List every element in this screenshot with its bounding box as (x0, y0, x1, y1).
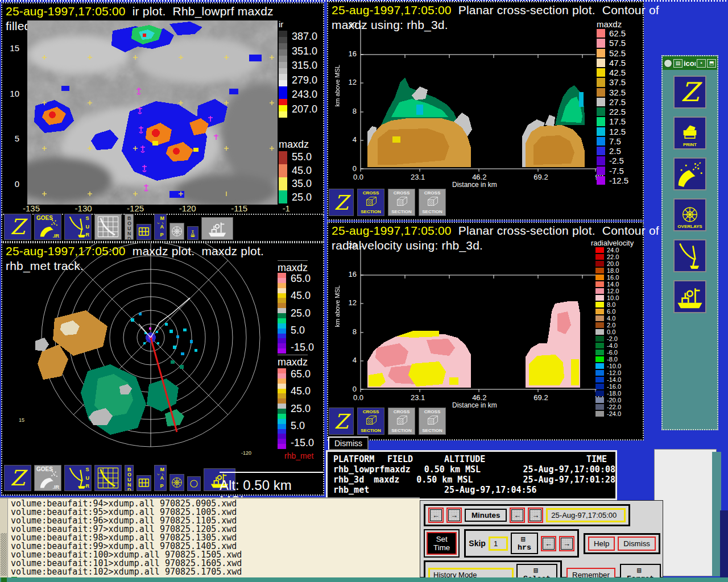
colorbar-entry: -10.0 (595, 363, 621, 369)
window-iconify-icon[interactable]: • (697, 59, 706, 68)
cross-section-button[interactable]: CROSSSECTION (388, 189, 415, 216)
terminal-scrollbar[interactable] (0, 498, 8, 577)
dialog-dismiss-button[interactable]: Dismiss (618, 537, 656, 551)
bounds-button[interactable]: BOUNDS (125, 214, 134, 240)
axis-tick-label: 5 (6, 134, 19, 143)
print-icon (675, 123, 705, 143)
satellite-icon (675, 159, 705, 189)
colorbar-entry: -22.0 (595, 404, 621, 410)
maxdz-small-colorbar: 55.045.035.025.0 (279, 151, 312, 203)
radar-panel-title: 25-aug-1997,17:05:00 maxdz plot. maxdz p… (2, 243, 323, 258)
mini-grid-icon (137, 225, 151, 239)
help-button[interactable]: Help (588, 537, 615, 551)
ship-button[interactable] (673, 280, 706, 313)
radar-track-platform-label: rhb_met (283, 451, 315, 460)
minutes-button[interactable]: Minutes (465, 509, 507, 522)
xs2-y-ticks: 201612840 (344, 241, 357, 393)
icon-label: CROSS (419, 190, 445, 196)
xs2-plot-area[interactable] (359, 246, 598, 398)
cross-section-icon (419, 194, 445, 210)
satellite-button[interactable] (673, 157, 706, 190)
table-cell: 25-Aug-97,17:00:08 (523, 464, 615, 475)
cross-section-button-active[interactable]: CROSSSECTION (357, 408, 384, 435)
window-menu-ball-icon[interactable] (664, 59, 672, 68)
terminal-scroll-thumb[interactable] (1, 533, 7, 576)
axis-tick-label: -115 (231, 203, 247, 213)
z-logo-button[interactable]: Z (4, 465, 31, 491)
xs1-colorbar: 62.557.552.547.542.537.532.527.522.517.5… (597, 28, 628, 185)
ship-icon (202, 218, 233, 239)
colorbar-entry: -18.0 (595, 390, 621, 397)
xs1-toolbar: ZCROSSSECTIONCROSSSECTIONCROSSSECTION (329, 189, 446, 216)
grid-radar-icon (95, 214, 121, 239)
overlays-button[interactable]: OVERLAYS (673, 198, 706, 231)
z-logo-icon: Z (5, 214, 31, 239)
mini-grid-button[interactable] (136, 475, 151, 491)
sur-radar-button[interactable]: SUR (64, 214, 92, 240)
overlays-small-button[interactable] (169, 223, 184, 240)
mini-grid-button[interactable] (136, 224, 151, 240)
grid-radar-button[interactable] (94, 214, 122, 240)
radar-lon-label: -120 (241, 450, 251, 456)
bottom-corner-handle (1, 577, 7, 582)
skip-back-button[interactable]: ← (541, 536, 556, 551)
step-forward-button[interactable]: → (446, 508, 462, 523)
time-value-field[interactable]: 25-Aug-97,17:05:00 (546, 508, 626, 522)
cross-section-button-active[interactable]: CROSSSECTION (357, 189, 384, 216)
ir-colorbar-title: ir (279, 19, 283, 29)
svg-text:Z: Z (681, 77, 702, 107)
skip-forward-button[interactable]: → (559, 536, 574, 551)
colorbar-entry: 18.0 (595, 267, 621, 274)
axis-tick-label: 8 (344, 327, 357, 336)
map-button[interactable]: MAP (154, 465, 167, 491)
window-maximize-icon[interactable]: ⬒ (707, 59, 716, 68)
radar-dish-button[interactable] (673, 239, 706, 272)
overlays-small-button[interactable] (169, 474, 184, 491)
terminal-output[interactable]: volume:beaufait:94>xdump.all 970825.0905… (8, 498, 242, 577)
goes-ir-button[interactable]: GOES.IR (34, 465, 61, 491)
goes-ir-button[interactable]: GOES.IR (34, 214, 61, 240)
print-button[interactable]: PRINT (673, 117, 706, 149)
radar-ppi-display[interactable] (2, 243, 323, 494)
ship-icon (675, 281, 705, 312)
minutes-forward-button[interactable]: → (528, 508, 543, 523)
z-logo-button[interactable]: Z (4, 214, 31, 240)
axis-tick-label: -135 (23, 203, 40, 213)
colorbar-entry: 20.0 (595, 260, 621, 267)
terminal-window[interactable]: volume:beaufait:94>xdump.all 970825.0905… (0, 497, 420, 577)
grid-radar-button[interactable] (94, 465, 122, 491)
xs2-x-ticks: 0.023.146.269.292 (353, 393, 603, 402)
icon-window-titlebar[interactable]: ▤ icon • ⬒ (663, 56, 717, 70)
xsection-maxdz-panel[interactable]: 25-aug-1997,17:05:00 Planar cross-sectio… (327, 1, 644, 221)
axis-tick-label: 69.2 (533, 173, 548, 181)
table-cell: maxdz (384, 464, 424, 475)
ir-satellite-image[interactable] (27, 20, 278, 205)
colorbar-entry: 16.0 (595, 274, 621, 281)
z-logo-button[interactable]: Z (673, 76, 706, 109)
minutes-back-button[interactable]: ← (510, 508, 525, 523)
skip-units-button[interactable]: ▤hrs (511, 533, 538, 554)
xsection-dismiss-button[interactable]: Dismiss (328, 436, 369, 450)
ir-plot-panel[interactable]: 25-aug-1997,17:05:00 ir plot. Rhb_lowprf… (1, 2, 324, 215)
skip-value-field[interactable]: 1 (489, 537, 508, 551)
colorbar-entry: -7.5 (597, 166, 628, 176)
sur-radar-button[interactable]: SUR (64, 465, 92, 491)
bounds-button[interactable]: BOUNDS (125, 465, 134, 491)
z-logo-button[interactable]: Z (329, 408, 354, 435)
colorbar-entry: 52.5 (597, 48, 628, 58)
cross-section-button[interactable]: CROSSSECTION (419, 189, 446, 216)
step-back-button[interactable]: ← (428, 508, 444, 523)
z-logo-button[interactable]: Z (329, 189, 354, 216)
radar-plot-panel[interactable]: 25-aug-1997,17:05:00 maxdz plot. maxdz p… (1, 242, 324, 496)
axis-tick-label: 46.2 (472, 393, 486, 402)
set-time-button[interactable]: Set Time (427, 532, 457, 555)
map-button[interactable]: MAP (154, 214, 167, 240)
buoy-button[interactable] (187, 226, 198, 240)
circle-button[interactable] (187, 476, 201, 491)
cross-section-button[interactable]: CROSSSECTION (419, 408, 446, 435)
window-menu-box-icon[interactable]: ▤ (673, 59, 682, 68)
cross-section-button[interactable]: CROSSSECTION (388, 408, 415, 435)
xs2-colorbar-title: radialvelocity (591, 239, 634, 247)
xs1-plot-area[interactable] (359, 25, 598, 177)
ship-button[interactable] (201, 217, 233, 240)
